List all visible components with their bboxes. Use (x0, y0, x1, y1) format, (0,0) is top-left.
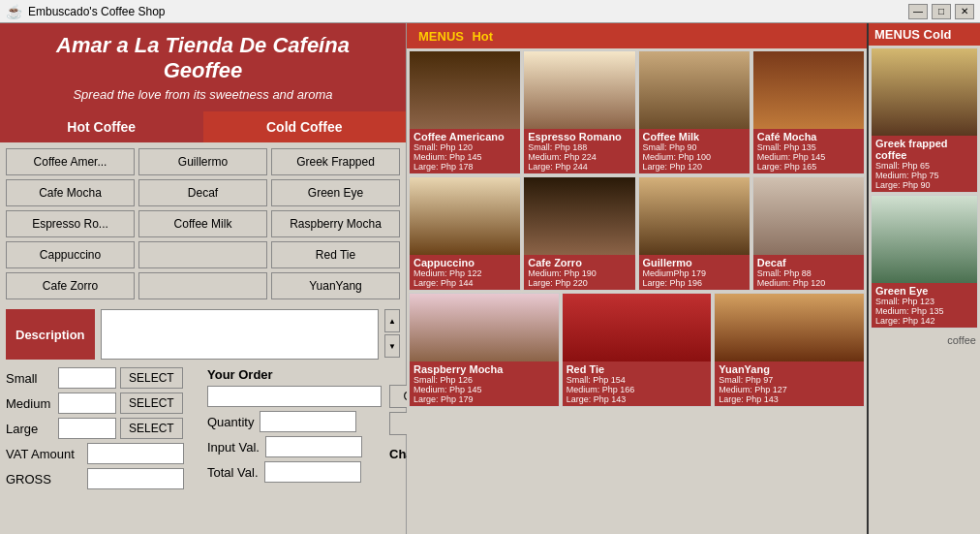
main-content: Amar a La Tienda De Cafeína Geoffee Spre… (0, 23, 980, 534)
close-button[interactable]: ✕ (955, 4, 974, 19)
gross-label: GROSS (6, 472, 83, 487)
tab-hot-coffee[interactable]: Hot Coffee (0, 111, 203, 142)
btn-coffee-milk[interactable]: Coffee Milk (138, 210, 267, 237)
americano-name: Coffee Americano (413, 131, 516, 142)
total-val-input[interactable] (264, 461, 361, 483)
titlebar-title: Embuscado's Coffee Shop (28, 5, 908, 18)
greeneye-name: Green Eye (875, 285, 973, 297)
menu-item-guillermo[interactable]: Guillermo MediumPhp 179Large: Php 196 (638, 176, 750, 291)
btn-espresso-romano[interactable]: Espresso Ro... (6, 210, 135, 237)
btn-guillermo[interactable]: Guillermo (138, 148, 267, 175)
scroll-up-btn[interactable]: ▲ (384, 309, 400, 332)
espresso-name: Espresso Romano (528, 131, 630, 142)
btn-empty1 (138, 241, 267, 268)
greek-price: Small: Php 65Medium: Php 75Large: Php 90 (875, 161, 973, 190)
btn-cafe-mocha[interactable]: Cafe Mocha (6, 179, 135, 206)
cappuccino-price: Medium: Php 122Large: Php 144 (413, 268, 516, 288)
menu-item-raspberry[interactable]: Raspberry Mocha Small: Php 126Medium: Ph… (409, 293, 560, 407)
large-row: Large SELECT (6, 418, 199, 439)
btn-greek-frapped[interactable]: Greek Frapped (271, 148, 400, 175)
left-panel: Amar a La Tienda De Cafeína Geoffee Spre… (0, 23, 407, 534)
menu-item-redtie[interactable]: Red Tie Small: Php 154Medium: Php 166Lar… (562, 293, 713, 407)
gross-row: GROSS (6, 468, 199, 489)
menus-hot-sub: Hot (472, 29, 493, 44)
hot-menu-grid: Coffee Americano Small: Php 120Medium: P… (407, 48, 867, 293)
redtie-name: Red Tie (567, 363, 708, 375)
large-input[interactable] (58, 418, 116, 439)
vat-row: VAT Amount (6, 443, 199, 464)
vat-label: VAT Amount (6, 447, 83, 461)
cappuccino-name: Cappuccino (413, 257, 516, 268)
menu-item-cafemocha[interactable]: Café Mocha Small: Php 135Medium: Php 145… (752, 50, 865, 174)
large-label: Large (6, 422, 54, 436)
btn-cafe-zorro[interactable]: Cafe Zorro (6, 272, 135, 299)
coffeemilk-price: Small: Php 90Medium: Php 100Large: Php 1… (643, 142, 746, 172)
scroll-down-btn[interactable]: ▼ (384, 334, 400, 358)
cold-item-greek[interactable]: Greek frapped coffee Small: Php 65Medium… (871, 47, 978, 193)
cafemocha-price: Small: Php 135Medium: Php 145Large: Php … (757, 142, 860, 172)
input-val-label: Input Val. (207, 440, 260, 455)
order-area: Small SELECT Medium SELECT Large SELECT … (0, 363, 406, 497)
espresso-price: Small: Php 188Medium: Php 224Large: Php … (528, 142, 630, 172)
americano-price: Small: Php 120Medium: Php 145Large: Php … (413, 142, 516, 172)
menu-item-cappuccino[interactable]: Cappuccino Medium: Php 122Large: Php 144 (409, 176, 521, 291)
total-val-row: Total Val. (207, 461, 382, 483)
tab-cold-coffee[interactable]: Cold Coffee (203, 111, 407, 142)
cafezorro-name: Cafe Zorro (528, 257, 630, 268)
redtie-price: Small: Php 154Medium: Php 166Large: Php … (567, 375, 708, 404)
guillermo-price: MediumPhp 179Large: Php 196 (643, 268, 746, 288)
menu-item-yuanyang[interactable]: YuanYang Small: Php 97Medium: Php 127Lar… (714, 293, 865, 407)
raspberry-price: Small: Php 126Medium: Php 145Large: Php … (413, 375, 555, 404)
greek-name: Greek frapped coffee (875, 138, 973, 161)
medium-select-btn[interactable]: SELECT (120, 393, 183, 414)
shop-subtitle: Spread the love from its sweetness and a… (15, 87, 390, 102)
decaf-price: Small: Php 88Medium: Php 120 (757, 268, 860, 288)
btn-raspberry-mocha[interactable]: Raspberry Mocha (271, 210, 400, 237)
raspberry-name: Raspberry Mocha (413, 363, 555, 375)
menu-item-espresso[interactable]: Espresso Romano Small: Php 188Medium: Ph… (523, 50, 635, 174)
quantity-input[interactable] (260, 411, 356, 432)
small-row: Small SELECT (6, 367, 199, 389)
quantity-row: Quantity (207, 411, 382, 432)
gross-input[interactable] (87, 468, 184, 489)
input-val-row: Input Val. (207, 436, 382, 457)
menu-item-coffeemilk[interactable]: Coffee Milk Small: Php 90Medium: Php 100… (638, 50, 750, 174)
large-select-btn[interactable]: SELECT (120, 418, 183, 439)
medium-input[interactable] (58, 393, 116, 414)
btn-green-eye[interactable]: Green Eye (271, 179, 400, 206)
menu-item-americano[interactable]: Coffee Americano Small: Php 120Medium: P… (409, 50, 521, 174)
yuanyang-price: Small: Php 97Medium: Php 127Large: Php 1… (719, 375, 860, 404)
btn-coffee-americano[interactable]: Coffee Amer... (6, 148, 135, 175)
description-textarea[interactable] (101, 309, 379, 360)
right-panel: MENUS Hot Coffee Americano Small: Php 12… (407, 23, 980, 534)
total-val-label: Total Val. (207, 465, 259, 480)
menu-item-decaf[interactable]: Decaf Small: Php 88Medium: Php 120 (752, 176, 865, 291)
menu-item-cafezorro[interactable]: Cafe Zorro Medium: Php 190Large: Php 220 (523, 176, 635, 291)
shop-header: Amar a La Tienda De Cafeína Geoffee Spre… (0, 23, 406, 111)
btn-red-tie[interactable]: Red Tie (271, 241, 400, 268)
quantity-label: Quantity (207, 415, 254, 429)
btn-decaf[interactable]: Decaf (138, 179, 267, 206)
menus-hot-label: MENUS (418, 29, 464, 44)
your-order-input[interactable] (207, 386, 382, 407)
cafemocha-name: Café Mocha (757, 131, 860, 142)
btn-cappuccino[interactable]: Cappuccino (6, 241, 135, 268)
maximize-button[interactable]: □ (932, 4, 951, 19)
hot-menu-row3: Raspberry Mocha Small: Php 126Medium: Ph… (407, 293, 867, 409)
vat-input[interactable] (87, 443, 184, 464)
yuanyang-name: YuanYang (719, 363, 860, 375)
minimize-button[interactable]: — (908, 4, 928, 19)
hot-menus-header: MENUS Hot (407, 23, 867, 48)
description-section: Description ▲ ▼ (0, 305, 406, 363)
app-icon: ☕ (6, 4, 22, 19)
small-input[interactable] (58, 367, 116, 389)
small-select-btn[interactable]: SELECT (120, 367, 183, 389)
cold-item-greeneye[interactable]: Green Eye Small: Php 123Medium: Php 135L… (871, 195, 978, 329)
btn-yuanyang[interactable]: YuanYang (271, 272, 400, 299)
input-val-input[interactable] (265, 436, 362, 457)
your-order-label: Your Order (207, 367, 382, 382)
cold-menus-header: MENUS Cold (869, 23, 980, 46)
order-right-section: Your Order Quantity Input Val. Total Val… (207, 367, 382, 483)
desc-scrollbar: ▲ ▼ (384, 309, 400, 358)
medium-row: Medium SELECT (6, 393, 199, 414)
